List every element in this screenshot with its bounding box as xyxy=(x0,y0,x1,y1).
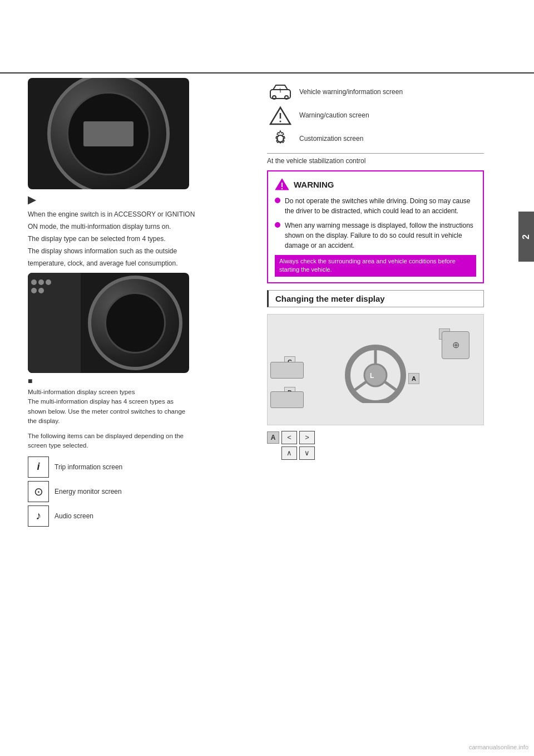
ctrl-right-btn[interactable]: > xyxy=(299,431,315,444)
meter-bottom-inner xyxy=(28,273,189,373)
ctrl-up-btn[interactable]: ∧ xyxy=(281,446,297,460)
text-line-3: The display type can be selected from 4 … xyxy=(28,234,245,244)
ctrl-badge-A: A xyxy=(267,431,279,444)
text-block-2: Multi-information display screen types T… xyxy=(28,387,245,426)
steering-image-area: L B A ⊕ xyxy=(267,314,484,425)
bullet-dot-1 xyxy=(275,198,280,203)
left-column: ▶ When the engine switch is in ACCESSORY… xyxy=(22,78,245,527)
meter-image-top xyxy=(28,78,189,189)
energy-icon: ⊙ xyxy=(34,485,43,498)
meter-icon-row-1 xyxy=(31,279,51,285)
meter-ring-inner-sm xyxy=(105,292,166,354)
icon-item-info: i Trip information screen xyxy=(28,456,245,478)
watermark: carmanualsonline.info xyxy=(469,744,528,750)
car-warning-icon xyxy=(267,81,294,103)
svg-rect-0 xyxy=(270,90,290,99)
svg-line-15 xyxy=(385,382,399,392)
text-block-1: When the engine switch is in ACCESSORY o… xyxy=(28,209,245,268)
right-sidebar-tab: 2 xyxy=(518,212,534,262)
text-3-line-2: screen type selected. xyxy=(28,441,245,450)
text-3-line-1: The following items can be displayed dep… xyxy=(28,431,245,441)
meter-icon-3 xyxy=(46,279,51,285)
car-warning-text: Vehicle warning/information screen xyxy=(299,88,512,96)
right-icons-row: Vehicle warning/information screen Warni… xyxy=(267,81,512,150)
svg-point-6 xyxy=(280,121,281,122)
text-block-3: The following items can be displayed dep… xyxy=(28,431,245,451)
gear-text: Customization screen xyxy=(299,135,512,143)
control-block-C xyxy=(270,362,304,379)
page-container: 2 ▶ When the engine switch is in ACCESSO… xyxy=(0,0,534,756)
icon-item-energy: ⊙ Energy monitor screen xyxy=(28,481,245,502)
ctrl-row-1: A < > xyxy=(267,431,512,444)
svg-line-14 xyxy=(352,382,366,392)
meter-icon-2 xyxy=(38,279,44,285)
text-line-5: temperature, clock, and average fuel con… xyxy=(28,258,245,268)
triangle-warning-text: Warning/caution screen xyxy=(299,111,512,119)
icon-list: i Trip information screen ⊙ Energy monit… xyxy=(28,456,245,527)
warning-triangle-icon xyxy=(275,177,289,192)
changing-heading: Changing the meter display xyxy=(275,294,385,303)
right-icon-gear: Customization screen xyxy=(267,127,512,150)
changing-heading-box: Changing the meter display xyxy=(267,290,484,307)
meter-image-bottom xyxy=(28,273,189,373)
meter-left-panel xyxy=(28,273,81,373)
warning-header: WARNING xyxy=(275,177,476,192)
bullet-dot-2 xyxy=(275,222,280,228)
control-block-D xyxy=(270,391,304,408)
triangle-warning-icon xyxy=(267,104,294,126)
energy-icon-box: ⊙ xyxy=(28,481,49,502)
steering-wheel-svg: L xyxy=(342,336,409,403)
svg-text:L: L xyxy=(370,372,374,380)
meter-ring-outer-top xyxy=(47,78,170,189)
text-line-2: ON mode, the multi-information display t… xyxy=(28,222,245,232)
arrow-pointer: ▶ xyxy=(28,194,245,206)
right-icon-car-warning: Vehicle warning/information screen xyxy=(267,81,512,103)
svg-point-10 xyxy=(281,188,283,189)
meter-ring-outer-sm xyxy=(88,276,182,370)
svg-point-12 xyxy=(364,364,387,386)
control-block-A: ⊕ xyxy=(442,331,469,359)
meter-icon-4 xyxy=(31,288,37,293)
gear-icon xyxy=(267,127,294,150)
info-icon-box: i xyxy=(28,456,49,478)
audio-screen-label: Audio screen xyxy=(55,512,93,520)
warning-bullet-text-1: Do not operate the switches while drivin… xyxy=(285,196,476,216)
at-vehicle-text: At the vehicle stabilization control xyxy=(267,156,512,166)
separator-line xyxy=(267,153,484,154)
meter-right-circle xyxy=(81,276,189,370)
warning-note: Always check the surrounding area and ve… xyxy=(275,255,476,277)
svg-point-1 xyxy=(273,96,276,99)
text-2-line-1: Multi-information display screen types xyxy=(28,387,245,397)
meter-display-rect xyxy=(83,121,134,146)
ctrl-left-btn[interactable]: < xyxy=(281,431,297,444)
trip-info-label: Trip information screen xyxy=(55,463,122,471)
warning-box: WARNING Do not operate the switches whil… xyxy=(267,170,484,283)
meter-icon-1 xyxy=(31,279,37,285)
chapter-number: 2 xyxy=(521,234,531,239)
meter-icon-5 xyxy=(38,288,44,293)
warning-bullet-text-2: When any warning message is displayed, f… xyxy=(285,220,476,251)
label-A: A xyxy=(408,373,419,384)
right-column: Vehicle warning/information screen Warni… xyxy=(256,78,512,460)
meter-icon-row-2 xyxy=(31,288,44,293)
text-line-4: The display shows information such as th… xyxy=(28,246,245,256)
square-indicator: ■ xyxy=(28,376,245,385)
warning-bullet-2: When any warning message is displayed, f… xyxy=(275,220,476,251)
right-icon-triangle-warning: Warning/caution screen xyxy=(267,104,512,126)
warning-bullet-1: Do not operate the switches while drivin… xyxy=(275,196,476,216)
text-2-line-3: shown below. Use the meter control switc… xyxy=(28,407,245,416)
audio-icon: ♪ xyxy=(36,509,41,522)
text-2-line-2: The multi-information display has 4 scre… xyxy=(28,397,245,406)
ctrl-row-2: ∧ ∨ xyxy=(267,446,512,460)
ctrl-down-btn[interactable]: ∨ xyxy=(299,446,315,460)
icon-item-audio: ♪ Audio screen xyxy=(28,505,245,527)
svg-point-2 xyxy=(285,96,288,99)
text-2-line-4: the display. xyxy=(28,416,245,426)
energy-monitor-label: Energy monitor screen xyxy=(55,488,122,495)
meter-ring-inner-top xyxy=(67,92,150,175)
warning-title: WARNING xyxy=(294,180,334,189)
text-line-1: When the engine switch is in ACCESSORY o… xyxy=(28,209,245,219)
top-rule xyxy=(0,72,534,73)
info-icon: i xyxy=(37,461,39,473)
audio-icon-box: ♪ xyxy=(28,505,49,527)
